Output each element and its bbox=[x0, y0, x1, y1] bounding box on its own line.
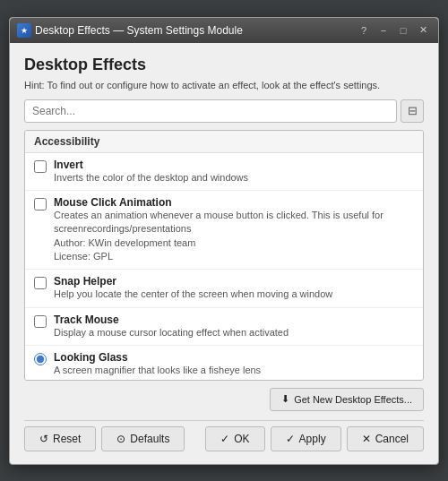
invert-desc: Inverts the color of the desktop and win… bbox=[54, 171, 414, 185]
category-accessibility: Accessibility bbox=[25, 131, 423, 153]
invert-info: Invert Inverts the color of the desktop … bbox=[54, 159, 414, 185]
cancel-label: Cancel bbox=[375, 433, 409, 445]
reset-button[interactable]: ↺ Reset bbox=[24, 426, 96, 451]
apply-button[interactable]: ✓ Apply bbox=[271, 426, 341, 451]
hint-text: Hint: To find out or configure how to ac… bbox=[24, 80, 424, 90]
bottom-buttons: ↺ Reset ⊙ Defaults ✓ OK ✓ Apply ✕ bbox=[24, 420, 424, 455]
get-effects-label: Get New Desktop Effects... bbox=[294, 394, 412, 405]
ok-icon: ✓ bbox=[220, 433, 229, 445]
defaults-label: Defaults bbox=[130, 433, 169, 445]
left-buttons: ↺ Reset ⊙ Defaults bbox=[24, 426, 185, 451]
list-item: Track Mouse Display a mouse cursor locat… bbox=[25, 308, 423, 346]
search-input[interactable] bbox=[24, 99, 397, 123]
effects-list: Accessibility Invert Inverts the color o… bbox=[24, 130, 424, 381]
app-icon: ★ bbox=[17, 23, 31, 38]
snap-helper-checkbox[interactable] bbox=[34, 277, 47, 289]
snap-helper-desc: Help you locate the center of the screen… bbox=[54, 288, 414, 301]
list-item: Snap Helper Help you locate the center o… bbox=[25, 270, 423, 307]
search-row: ⊟ bbox=[24, 99, 424, 123]
titlebar-controls: ? − □ ✕ bbox=[356, 22, 431, 39]
filter-icon: ⊟ bbox=[408, 104, 418, 117]
ok-label: OK bbox=[234, 433, 249, 445]
invert-checkbox[interactable] bbox=[34, 160, 47, 173]
list-item: Mouse Click Animation Creates an animati… bbox=[25, 191, 423, 271]
right-buttons: ✓ OK ✓ Apply ✕ Cancel bbox=[205, 426, 424, 451]
looking-glass-info: Looking Glass A screen magnifier that lo… bbox=[54, 351, 414, 377]
cancel-icon: ✕ bbox=[362, 433, 371, 445]
mouse-click-info: Mouse Click Animation Creates an animati… bbox=[54, 196, 414, 264]
snap-helper-name: Snap Helper bbox=[54, 275, 414, 288]
looking-glass-name: Looking Glass bbox=[54, 351, 414, 364]
looking-glass-radio[interactable] bbox=[34, 353, 47, 365]
track-mouse-name: Track Mouse bbox=[54, 314, 414, 326]
close-button[interactable]: ✕ bbox=[415, 22, 431, 39]
track-mouse-checkbox[interactable] bbox=[34, 315, 47, 328]
snap-helper-info: Snap Helper Help you locate the center o… bbox=[54, 275, 414, 301]
maximize-button[interactable]: □ bbox=[395, 22, 411, 39]
get-effects-row: ⬇ Get New Desktop Effects... bbox=[24, 388, 424, 411]
mouse-click-checkbox[interactable] bbox=[34, 198, 47, 210]
defaults-icon: ⊙ bbox=[116, 433, 125, 445]
titlebar-left: ★ Desktop Effects — System Settings Modu… bbox=[17, 23, 243, 38]
list-item: Invert Inverts the color of the desktop … bbox=[25, 153, 423, 191]
cancel-button[interactable]: ✕ Cancel bbox=[347, 426, 424, 451]
page-title: Desktop Effects bbox=[24, 56, 424, 74]
ok-button[interactable]: ✓ OK bbox=[205, 426, 264, 451]
minimize-button[interactable]: − bbox=[375, 22, 392, 39]
defaults-button[interactable]: ⊙ Defaults bbox=[101, 426, 185, 451]
filter-button[interactable]: ⊟ bbox=[401, 99, 424, 123]
mouse-click-name: Mouse Click Animation bbox=[54, 196, 414, 209]
reset-label: Reset bbox=[53, 433, 81, 445]
apply-label: Apply bbox=[299, 433, 326, 445]
track-mouse-info: Track Mouse Display a mouse cursor locat… bbox=[54, 314, 414, 339]
reset-icon: ↺ bbox=[39, 433, 48, 445]
titlebar: ★ Desktop Effects — System Settings Modu… bbox=[10, 18, 438, 43]
help-button[interactable]: ? bbox=[356, 22, 372, 39]
apply-icon: ✓ bbox=[286, 433, 295, 445]
mouse-click-desc: Creates an animation whenever a mouse bu… bbox=[54, 209, 414, 264]
invert-name: Invert bbox=[54, 159, 414, 171]
window-title: Desktop Effects — System Settings Module bbox=[35, 24, 243, 37]
main-window: ★ Desktop Effects — System Settings Modu… bbox=[9, 17, 439, 465]
list-item: Looking Glass A screen magnifier that lo… bbox=[25, 346, 423, 380]
get-new-effects-button[interactable]: ⬇ Get New Desktop Effects... bbox=[270, 388, 424, 411]
looking-glass-desc: A screen magnifier that looks like a fis… bbox=[54, 364, 414, 377]
download-icon: ⬇ bbox=[281, 393, 289, 405]
track-mouse-desc: Display a mouse cursor locating effect w… bbox=[54, 326, 414, 339]
content-area: Desktop Effects Hint: To find out or con… bbox=[10, 43, 438, 464]
